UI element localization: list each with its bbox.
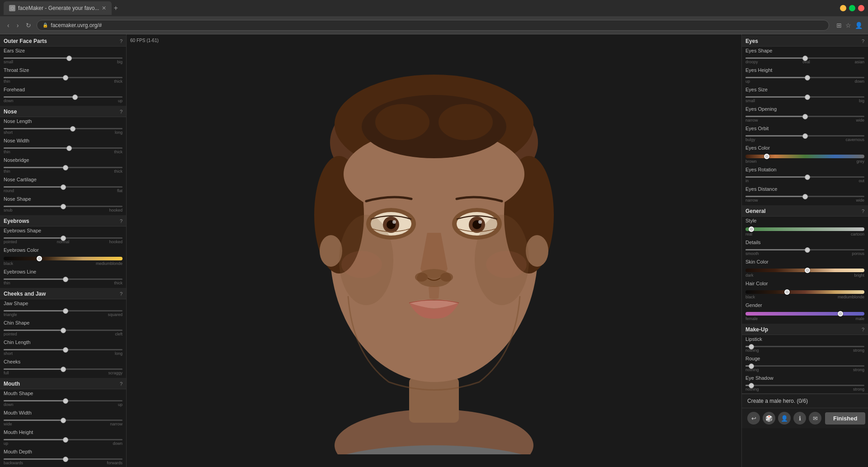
tab-close-button[interactable]: ✕ [102,5,106,11]
outer-face-help-icon[interactable]: ? [120,38,123,44]
nose-cartilage-track [4,186,123,188]
mail-icon[interactable]: ✉ [809,412,821,425]
minimize-button[interactable] [840,5,846,11]
mouth-height-thumb[interactable] [63,437,68,443]
details-thumb[interactable] [805,247,810,253]
nose-shape-slider-container: snub hooked [4,202,123,213]
eyes-size-control: Eyes Size small big [742,85,868,105]
url-box[interactable]: 🔒 facemaker.uvrg.org/# [37,20,829,31]
ears-size-thumb[interactable] [66,56,72,61]
nose-shape-control: Nose Shape snub hooked [0,195,126,214]
eyes-rotation-track [745,176,864,178]
rouge-thumb[interactable] [749,363,754,369]
forward-button[interactable]: › [15,21,21,30]
svg-point-30 [375,104,429,140]
eyes-distance-control: Eyes Distance narrow wide [742,185,868,204]
mouth-height-min: up [4,441,8,446]
chin-length-thumb[interactable] [63,347,68,353]
eyebrows-section-header: Eyebrows ? [0,215,126,226]
eyes-color-thumb[interactable] [764,154,769,159]
hair-color-track [745,290,864,294]
tab-favicon: ⬡ [9,5,15,11]
eyes-orbit-thumb[interactable] [802,133,808,139]
finished-button[interactable]: Finished [825,412,865,425]
nosebridge-thumb[interactable] [63,165,68,170]
eyes-shape-thumb[interactable] [802,56,808,61]
eyes-help-icon[interactable]: ? [862,38,864,44]
hair-color-max: mediumblonde [838,295,864,299]
makeup-help-icon[interactable]: ? [862,327,864,332]
maximize-button[interactable] [849,5,855,11]
outer-face-title: Outer Face Parts [4,38,47,44]
eyes-distance-thumb[interactable] [802,194,808,199]
eyes-height-slider-container: up down [745,73,864,85]
skin-color-slider-container: dark bright [745,265,864,278]
jaw-shape-thumb[interactable] [63,308,68,314]
eyebrows-shape-thumb[interactable] [61,236,66,241]
gender-thumb[interactable] [838,311,843,316]
eyes-height-thumb[interactable] [805,75,810,80]
throat-size-thumb[interactable] [63,75,68,80]
mouth-width-min: wide [4,422,12,426]
eye-shadow-slider-container: nothing strong [745,381,864,392]
eyes-shape-track [745,57,864,59]
mouth-help-icon[interactable]: ? [120,381,123,387]
nose-help-icon[interactable]: ? [120,109,123,114]
style-thumb[interactable] [749,226,754,232]
close-button[interactable] [858,5,864,11]
nose-shape-thumb[interactable] [61,204,66,209]
hair-color-thumb[interactable] [784,289,790,295]
profile-icon[interactable]: 👤 [855,22,863,29]
address-right: ⊞ ☆ 👤 [836,22,863,29]
back-button[interactable]: ‹ [5,21,11,30]
chin-shape-thumb[interactable] [61,328,66,333]
eyes-rotation-thumb[interactable] [805,175,810,180]
eyes-height-labels: up down [745,79,864,84]
active-tab[interactable]: ⬡ faceMaker - Generate your favo... ✕ [4,1,112,15]
eyes-rotation-min: in [745,179,749,183]
eye-shadow-thumb[interactable] [749,383,754,388]
url-text: facemaker.uvrg.org/# [51,22,102,28]
nose-length-control: Nose Length short long [0,117,126,137]
nose-length-thumb[interactable] [70,126,75,132]
random-icon[interactable]: 🎲 [763,412,775,425]
eyes-size-thumb[interactable] [805,94,810,100]
mouth-depth-track [4,458,123,460]
mouth-shape-thumb[interactable] [63,398,68,404]
mouth-width-thumb[interactable] [61,418,66,423]
info-icon[interactable]: ℹ [793,412,806,425]
eyes-opening-thumb[interactable] [802,114,808,119]
eyes-rotation-label: Eyes Rotation [745,167,864,172]
reload-button[interactable]: ↻ [24,21,33,30]
eyebrows-shape-fill [4,237,63,239]
cheeks-jaw-help-icon[interactable]: ? [120,291,123,297]
person-icon[interactable]: 👤 [778,412,791,425]
eyes-size-labels: small big [745,99,864,103]
mouth-depth-thumb[interactable] [63,457,68,462]
bookmark-icon[interactable]: ☆ [845,22,851,29]
general-section-header: General ? [742,205,868,217]
nose-cartilage-thumb[interactable] [61,184,66,190]
eyebrows-line-thumb[interactable] [63,277,68,282]
forehead-thumb[interactable] [72,94,78,100]
jaw-shape-fill [4,310,66,311]
extensions-icon[interactable]: ⊞ [836,22,842,29]
new-tab-button[interactable]: + [113,4,118,12]
forehead-min: down [4,99,14,103]
lipstick-control: Lipstick nothing strong [742,335,868,354]
jaw-shape-min: triangle [4,312,17,317]
nose-width-thumb[interactable] [66,146,72,151]
style-min: real [745,232,752,236]
mouth-shape-slider-container: down up [4,396,123,408]
undo-icon[interactable]: ↩ [747,412,760,425]
cheeks-thumb[interactable] [61,367,66,372]
skin-color-thumb[interactable] [805,268,810,273]
chin-shape-control: Chin Shape pointed cleft [0,319,126,338]
lipstick-thumb[interactable] [749,344,754,349]
svg-rect-4 [409,377,459,423]
eyebrows-color-thumb[interactable] [37,256,42,261]
general-help-icon[interactable]: ? [862,208,864,214]
eyes-size-min: small [745,99,755,103]
eyebrows-help-icon[interactable]: ? [120,218,123,224]
outer-face-section-header: Outer Face Parts ? [0,35,126,47]
